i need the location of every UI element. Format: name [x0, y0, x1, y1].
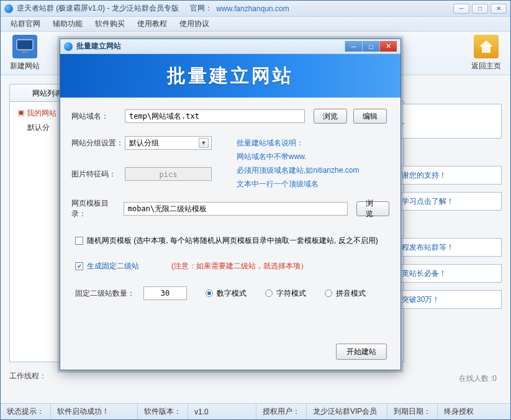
dialog-banner: 批量建立网站 — [60, 54, 400, 98]
main-menu: 站群官网 辅助功能 软件购买 使用教程 使用协议 — [1, 17, 510, 32]
app-icon — [4, 4, 13, 13]
radio-char-mode[interactable]: 字符模式 — [265, 288, 306, 299]
list-item[interactable]: 量突破30万！ — [387, 290, 502, 309]
batch-create-dialog: 批量建立网站 ─ □ ✕ 批量建立网站 网站域名： 浏览 编辑 网站分组设置： … — [60, 39, 401, 370]
svg-rect-1 — [22, 51, 28, 53]
menu-agreement[interactable]: 使用协议 — [173, 16, 215, 32]
window-title: 逆天者站群 (极速霸屏v1.0) - 龙少泛站群会员专版 — [17, 3, 179, 14]
dialog-icon — [64, 42, 73, 51]
status-user-label: 授权用户： — [256, 404, 307, 419]
template-label: 网页模板目录： — [71, 198, 124, 219]
domain-edit-button[interactable]: 编辑 — [353, 109, 387, 124]
menu-buy[interactable]: 软件购买 — [89, 16, 131, 32]
pic-code-label: 图片特征码： — [71, 169, 125, 180]
random-template-option[interactable]: 随机网页模板 (选中本项, 每个站将随机从网页模板目录中抽取一套模板建站, 反之… — [75, 235, 389, 246]
work-thread-label: 工作线程： — [9, 371, 47, 381]
dialog-maximize-button[interactable]: □ — [362, 41, 379, 52]
list-item[interactable]: 远程发布站群等！ — [387, 238, 502, 257]
fixed-count-input[interactable] — [143, 286, 187, 300]
window-controls: ─ □ ✕ — [453, 4, 507, 14]
fixed-count-label: 固定二级站数量： — [75, 288, 143, 299]
help-text: 批量建站域名说明： 网站域名中不带www. 必须用顶级域名建站,如nitianz… — [237, 136, 359, 191]
chevron-down-icon: ▼ — [199, 138, 209, 148]
group-combo-value: 默认分组 — [129, 138, 159, 148]
radio-pinyin-mode[interactable]: 拼音模式 — [325, 288, 366, 299]
domain-file-input[interactable] — [125, 109, 305, 123]
domain-label: 网站域名： — [71, 111, 125, 122]
gen-fixed-label: 生成固定二级站 — [87, 261, 139, 272]
tool-new-site[interactable]: 新建网站 — [7, 35, 43, 71]
group-combo[interactable]: 默认分组 ▼ — [125, 136, 212, 150]
status-version-label: 软件版本： — [138, 404, 188, 419]
menu-tutorial[interactable]: 使用教程 — [131, 16, 173, 32]
status-expire-label: 到期日期： — [387, 404, 438, 419]
maximize-button[interactable]: □ — [472, 4, 488, 14]
dialog-close-button[interactable]: ✕ — [379, 41, 397, 52]
tool-back-home[interactable]: 返回主页 — [468, 35, 504, 71]
dialog-titlebar[interactable]: 批量建立网站 ─ □ ✕ — [60, 39, 400, 54]
menu-site[interactable]: 站群官网 — [4, 16, 47, 32]
status-tip: 状态提示： — [1, 404, 51, 419]
template-browse-button[interactable]: 浏览 — [356, 201, 389, 216]
home-icon — [474, 35, 499, 58]
pic-code-input: pics — [125, 167, 212, 181]
dialog-controls: ─ □ ✕ — [345, 41, 397, 52]
start-build-button[interactable]: 开始建站 — [336, 344, 387, 360]
radio-number-mode[interactable]: 数字模式 — [206, 288, 246, 299]
random-template-label: 随机网页模板 (选中本项, 每个站将随机从网页模板目录中抽取一套模板建站, 反之… — [87, 235, 378, 246]
svg-rect-0 — [17, 40, 33, 50]
gen-fixed-option[interactable]: ✔ 生成固定二级站 (注意：如果需要建二级站，就选择本项） — [75, 261, 389, 272]
status-version: v1.0 — [188, 404, 256, 419]
gen-fixed-note: (注意：如果需要建二级站，就选择本项） — [171, 261, 308, 272]
main-titlebar: 逆天者站群 (极速霸屏v1.0) - 龙少泛站群会员专版 官网： www.fan… — [1, 1, 510, 17]
site-url[interactable]: www.fanzhanqun.com — [216, 4, 289, 13]
tool-new-site-label: 新建网站 — [10, 61, 40, 71]
list-item[interactable]: 员学习点击了解！ — [387, 192, 502, 211]
domain-browse-button[interactable]: 浏览 — [314, 109, 347, 124]
list-item[interactable]: 谢谢您的支持！ — [387, 166, 502, 185]
status-expire: 终身授权 — [438, 404, 480, 419]
online-count: 在线人数 :0 — [459, 373, 497, 384]
template-input[interactable] — [124, 202, 348, 216]
tool-back-home-label: 返回主页 — [471, 61, 501, 71]
status-tip-value: 软件启动成功！ — [51, 404, 138, 419]
list-item[interactable]: 服。 — [387, 104, 502, 139]
radio-checked-icon — [206, 290, 213, 297]
svg-marker-2 — [479, 40, 493, 53]
statusbar: 状态提示： 软件启动成功！ 软件版本： v1.0 授权用户： 龙少泛站群VIP会… — [1, 403, 510, 419]
list-item[interactable]: 精英站长必备！ — [387, 264, 502, 283]
right-info-list: 服。 谢谢您的支持！ 员学习点击了解！ 远程发布站群等！ 精英站长必备！ 量突破… — [387, 104, 502, 309]
dialog-title: 批量建立网站 — [76, 41, 121, 52]
radio-icon — [325, 290, 332, 297]
close-button[interactable]: ✕ — [491, 4, 507, 14]
checkbox-icon — [75, 237, 83, 245]
dialog-body: 网站域名： 浏览 编辑 网站分组设置： 默认分组 ▼ 图片特征码： pics — [60, 98, 400, 370]
monitor-icon — [12, 35, 37, 58]
dialog-minimize-button[interactable]: ─ — [345, 41, 362, 52]
group-label: 网站分组设置： — [71, 138, 125, 148]
site-label: 官网： — [190, 3, 212, 14]
minimize-button[interactable]: ─ — [453, 4, 469, 14]
radio-icon — [265, 290, 273, 297]
menu-aux[interactable]: 辅助功能 — [47, 16, 89, 32]
status-user: 龙少泛站群VIP会员 — [307, 404, 387, 419]
checkbox-checked-icon: ✔ — [75, 262, 83, 270]
